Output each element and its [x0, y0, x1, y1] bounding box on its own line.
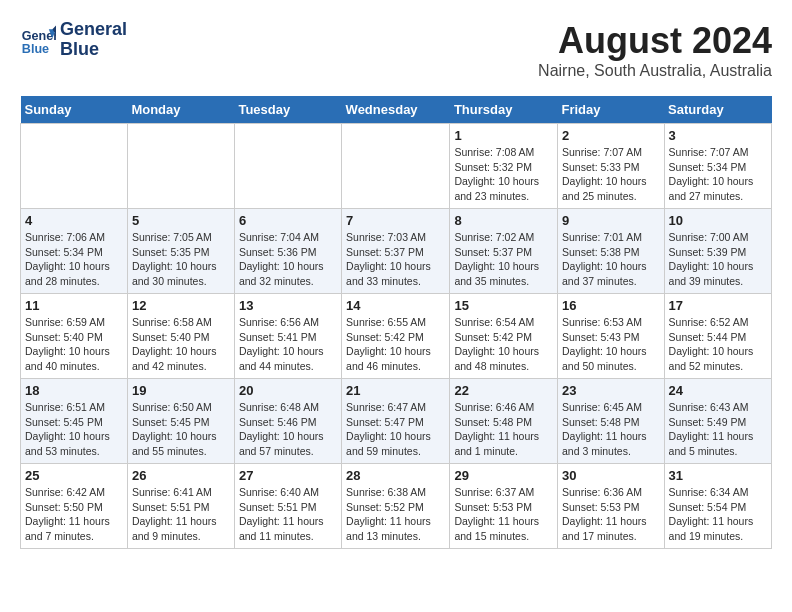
calendar-week-row: 4Sunrise: 7:06 AM Sunset: 5:34 PM Daylig… — [21, 209, 772, 294]
calendar-cell — [127, 124, 234, 209]
calendar-cell: 6Sunrise: 7:04 AM Sunset: 5:36 PM Daylig… — [234, 209, 341, 294]
calendar-cell: 4Sunrise: 7:06 AM Sunset: 5:34 PM Daylig… — [21, 209, 128, 294]
calendar-cell: 17Sunrise: 6:52 AM Sunset: 5:44 PM Dayli… — [664, 294, 771, 379]
calendar-cell: 20Sunrise: 6:48 AM Sunset: 5:46 PM Dayli… — [234, 379, 341, 464]
calendar-cell — [342, 124, 450, 209]
calendar-cell: 1Sunrise: 7:08 AM Sunset: 5:32 PM Daylig… — [450, 124, 558, 209]
day-info: Sunrise: 7:07 AM Sunset: 5:34 PM Dayligh… — [669, 145, 767, 204]
calendar-week-row: 25Sunrise: 6:42 AM Sunset: 5:50 PM Dayli… — [21, 464, 772, 549]
day-number: 25 — [25, 468, 123, 483]
day-number: 4 — [25, 213, 123, 228]
day-info: Sunrise: 6:41 AM Sunset: 5:51 PM Dayligh… — [132, 485, 230, 544]
calendar-week-row: 11Sunrise: 6:59 AM Sunset: 5:40 PM Dayli… — [21, 294, 772, 379]
day-number: 17 — [669, 298, 767, 313]
day-number: 12 — [132, 298, 230, 313]
day-info: Sunrise: 7:03 AM Sunset: 5:37 PM Dayligh… — [346, 230, 445, 289]
day-number: 10 — [669, 213, 767, 228]
day-number: 11 — [25, 298, 123, 313]
day-info: Sunrise: 6:38 AM Sunset: 5:52 PM Dayligh… — [346, 485, 445, 544]
weekday-header-monday: Monday — [127, 96, 234, 124]
day-info: Sunrise: 7:06 AM Sunset: 5:34 PM Dayligh… — [25, 230, 123, 289]
day-number: 24 — [669, 383, 767, 398]
day-number: 13 — [239, 298, 337, 313]
day-info: Sunrise: 6:45 AM Sunset: 5:48 PM Dayligh… — [562, 400, 660, 459]
day-number: 29 — [454, 468, 553, 483]
calendar-cell: 13Sunrise: 6:56 AM Sunset: 5:41 PM Dayli… — [234, 294, 341, 379]
day-number: 6 — [239, 213, 337, 228]
weekday-header-wednesday: Wednesday — [342, 96, 450, 124]
day-number: 15 — [454, 298, 553, 313]
day-info: Sunrise: 6:59 AM Sunset: 5:40 PM Dayligh… — [25, 315, 123, 374]
logo: General Blue General Blue — [20, 20, 127, 60]
day-info: Sunrise: 6:55 AM Sunset: 5:42 PM Dayligh… — [346, 315, 445, 374]
calendar-subtitle: Nairne, South Australia, Australia — [538, 62, 772, 80]
calendar-cell — [21, 124, 128, 209]
calendar-header: SundayMondayTuesdayWednesdayThursdayFrid… — [21, 96, 772, 124]
day-info: Sunrise: 7:08 AM Sunset: 5:32 PM Dayligh… — [454, 145, 553, 204]
weekday-header-saturday: Saturday — [664, 96, 771, 124]
day-info: Sunrise: 6:48 AM Sunset: 5:46 PM Dayligh… — [239, 400, 337, 459]
day-info: Sunrise: 6:51 AM Sunset: 5:45 PM Dayligh… — [25, 400, 123, 459]
day-number: 30 — [562, 468, 660, 483]
day-info: Sunrise: 6:53 AM Sunset: 5:43 PM Dayligh… — [562, 315, 660, 374]
day-number: 8 — [454, 213, 553, 228]
calendar-body: 1Sunrise: 7:08 AM Sunset: 5:32 PM Daylig… — [21, 124, 772, 549]
day-number: 5 — [132, 213, 230, 228]
calendar-cell: 8Sunrise: 7:02 AM Sunset: 5:37 PM Daylig… — [450, 209, 558, 294]
day-number: 26 — [132, 468, 230, 483]
day-number: 20 — [239, 383, 337, 398]
calendar-cell: 26Sunrise: 6:41 AM Sunset: 5:51 PM Dayli… — [127, 464, 234, 549]
weekday-header-thursday: Thursday — [450, 96, 558, 124]
calendar-title: August 2024 — [538, 20, 772, 62]
calendar-cell: 22Sunrise: 6:46 AM Sunset: 5:48 PM Dayli… — [450, 379, 558, 464]
calendar-cell: 29Sunrise: 6:37 AM Sunset: 5:53 PM Dayli… — [450, 464, 558, 549]
calendar-cell: 7Sunrise: 7:03 AM Sunset: 5:37 PM Daylig… — [342, 209, 450, 294]
calendar-cell: 24Sunrise: 6:43 AM Sunset: 5:49 PM Dayli… — [664, 379, 771, 464]
day-info: Sunrise: 7:02 AM Sunset: 5:37 PM Dayligh… — [454, 230, 553, 289]
day-number: 3 — [669, 128, 767, 143]
day-info: Sunrise: 6:42 AM Sunset: 5:50 PM Dayligh… — [25, 485, 123, 544]
logo-blue: Blue — [60, 40, 127, 60]
day-info: Sunrise: 7:01 AM Sunset: 5:38 PM Dayligh… — [562, 230, 660, 289]
calendar-cell: 2Sunrise: 7:07 AM Sunset: 5:33 PM Daylig… — [557, 124, 664, 209]
weekday-header-row: SundayMondayTuesdayWednesdayThursdayFrid… — [21, 96, 772, 124]
calendar-table: SundayMondayTuesdayWednesdayThursdayFrid… — [20, 96, 772, 549]
day-info: Sunrise: 6:40 AM Sunset: 5:51 PM Dayligh… — [239, 485, 337, 544]
calendar-cell: 21Sunrise: 6:47 AM Sunset: 5:47 PM Dayli… — [342, 379, 450, 464]
calendar-cell: 12Sunrise: 6:58 AM Sunset: 5:40 PM Dayli… — [127, 294, 234, 379]
calendar-cell: 31Sunrise: 6:34 AM Sunset: 5:54 PM Dayli… — [664, 464, 771, 549]
day-number: 14 — [346, 298, 445, 313]
weekday-header-tuesday: Tuesday — [234, 96, 341, 124]
logo-icon: General Blue — [20, 22, 56, 58]
day-number: 1 — [454, 128, 553, 143]
day-number: 18 — [25, 383, 123, 398]
weekday-header-friday: Friday — [557, 96, 664, 124]
day-number: 7 — [346, 213, 445, 228]
day-number: 19 — [132, 383, 230, 398]
calendar-cell: 10Sunrise: 7:00 AM Sunset: 5:39 PM Dayli… — [664, 209, 771, 294]
calendar-cell: 28Sunrise: 6:38 AM Sunset: 5:52 PM Dayli… — [342, 464, 450, 549]
day-info: Sunrise: 7:05 AM Sunset: 5:35 PM Dayligh… — [132, 230, 230, 289]
calendar-cell — [234, 124, 341, 209]
day-info: Sunrise: 6:47 AM Sunset: 5:47 PM Dayligh… — [346, 400, 445, 459]
day-info: Sunrise: 7:07 AM Sunset: 5:33 PM Dayligh… — [562, 145, 660, 204]
day-number: 23 — [562, 383, 660, 398]
day-info: Sunrise: 6:52 AM Sunset: 5:44 PM Dayligh… — [669, 315, 767, 374]
svg-text:Blue: Blue — [22, 41, 49, 55]
day-info: Sunrise: 7:04 AM Sunset: 5:36 PM Dayligh… — [239, 230, 337, 289]
calendar-cell: 5Sunrise: 7:05 AM Sunset: 5:35 PM Daylig… — [127, 209, 234, 294]
day-number: 9 — [562, 213, 660, 228]
day-number: 16 — [562, 298, 660, 313]
day-info: Sunrise: 6:50 AM Sunset: 5:45 PM Dayligh… — [132, 400, 230, 459]
day-number: 28 — [346, 468, 445, 483]
calendar-week-row: 18Sunrise: 6:51 AM Sunset: 5:45 PM Dayli… — [21, 379, 772, 464]
day-info: Sunrise: 6:43 AM Sunset: 5:49 PM Dayligh… — [669, 400, 767, 459]
day-info: Sunrise: 6:36 AM Sunset: 5:53 PM Dayligh… — [562, 485, 660, 544]
calendar-cell: 30Sunrise: 6:36 AM Sunset: 5:53 PM Dayli… — [557, 464, 664, 549]
day-info: Sunrise: 6:34 AM Sunset: 5:54 PM Dayligh… — [669, 485, 767, 544]
calendar-week-row: 1Sunrise: 7:08 AM Sunset: 5:32 PM Daylig… — [21, 124, 772, 209]
day-info: Sunrise: 6:54 AM Sunset: 5:42 PM Dayligh… — [454, 315, 553, 374]
logo-text: General Blue — [60, 20, 127, 60]
calendar-cell: 27Sunrise: 6:40 AM Sunset: 5:51 PM Dayli… — [234, 464, 341, 549]
calendar-cell: 16Sunrise: 6:53 AM Sunset: 5:43 PM Dayli… — [557, 294, 664, 379]
